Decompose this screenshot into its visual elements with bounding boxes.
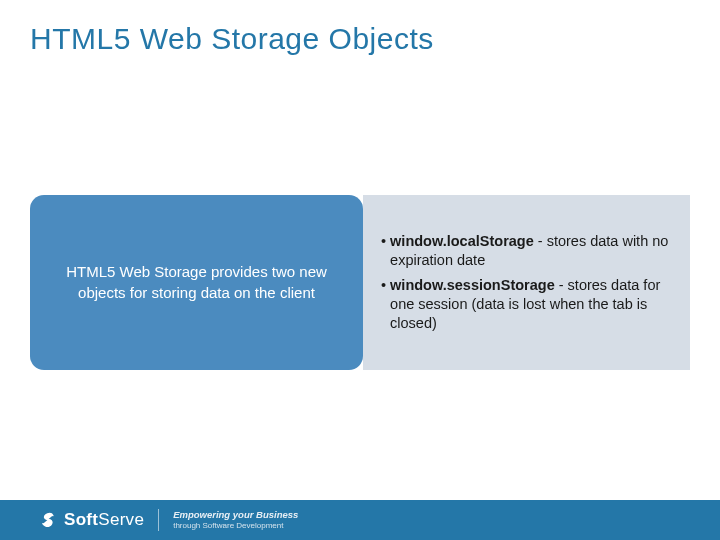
footer-divider <box>158 509 159 531</box>
brand-tagline: Empowering your Business through Softwar… <box>173 510 298 530</box>
tagline-line1: Empowering your Business <box>173 510 298 521</box>
list-item: • window.sessionStorage - stores data fo… <box>381 276 670 333</box>
list-item: • window.localStorage - stores data with… <box>381 232 670 270</box>
bullet-text: window.localStorage - stores data with n… <box>390 232 670 270</box>
brand-name: SoftServe <box>64 510 144 530</box>
tagline-line2: through Software Development <box>173 521 298 530</box>
softserve-s-icon <box>40 511 58 529</box>
intro-box: HTML5 Web Storage provides two new objec… <box>30 195 363 370</box>
bullet-text: window.sessionStorage - stores data for … <box>390 276 670 333</box>
details-box: • window.localStorage - stores data with… <box>363 195 690 370</box>
bullet-icon: • <box>381 276 386 333</box>
footer-bar: SoftServe Empowering your Business throu… <box>0 500 720 540</box>
brand-logo: SoftServe <box>40 510 144 530</box>
slide-title: HTML5 Web Storage Objects <box>30 22 434 56</box>
bullet-icon: • <box>381 232 386 270</box>
content-row: HTML5 Web Storage provides two new objec… <box>30 195 690 370</box>
